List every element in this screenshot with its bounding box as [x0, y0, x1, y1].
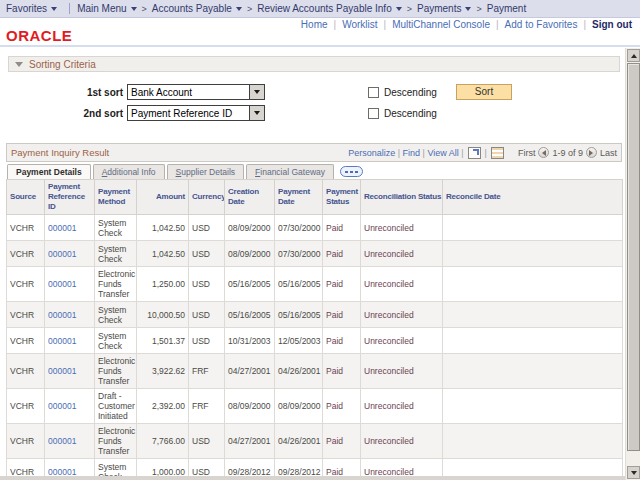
breadcrumb-item-main-menu[interactable]: Main Menu — [77, 3, 136, 14]
scroll-down-button[interactable] — [627, 466, 640, 479]
payment-source-cell: VCHR — [7, 389, 45, 424]
header-link-multichannel-console[interactable]: MultiChannel Console — [392, 19, 490, 30]
second-sort-select[interactable]: Payment Reference ID — [127, 105, 265, 121]
view-all-link[interactable]: View All — [427, 148, 458, 158]
payment-reference-link[interactable]: 000001 — [45, 354, 95, 389]
payment-reference-link[interactable]: 000001 — [45, 424, 95, 459]
breadcrumb-item-review-accounts-payable-info[interactable]: Review Accounts Payable Info — [257, 3, 402, 14]
column-header-currency: Currency — [189, 180, 225, 215]
payment-results-table: SourcePayment Reference IDPayment Method… — [6, 179, 623, 480]
dropdown-button[interactable] — [249, 106, 264, 120]
payment-status-cell: Paid — [323, 267, 361, 302]
oracle-logo: ORACLE — [6, 27, 72, 44]
header-link-home[interactable]: Home — [301, 19, 328, 30]
amount-cell: 10,000.50 — [137, 302, 189, 328]
payment-reference-link[interactable]: 000001 — [45, 389, 95, 424]
sign-out-link[interactable]: Sign out — [592, 19, 632, 30]
payment-method-cell: Electronic Funds Transfer — [95, 354, 137, 389]
navbar-divider — [69, 3, 70, 14]
table-row: VCHR000001Electronic Funds Transfer3,922… — [7, 354, 623, 389]
grid-title: Payment Inquiry Result — [11, 147, 109, 158]
descending-checkbox-1[interactable] — [368, 87, 379, 98]
sort-button[interactable]: Sort — [456, 84, 512, 100]
payment-reference-link[interactable]: 000001 — [45, 302, 95, 328]
payment-reference-link[interactable]: 000001 — [45, 267, 95, 302]
window-bottom-edge — [0, 476, 625, 480]
creation-date-cell: 08/09/2000 — [225, 241, 275, 267]
payment-source-cell: VCHR — [7, 215, 45, 241]
second-sort-label: 2nd sort — [55, 108, 123, 119]
payment-reference-link[interactable]: 000001 — [45, 215, 95, 241]
currency-cell: USD — [189, 424, 225, 459]
payment-date-cell: 12/05/2003 — [275, 328, 323, 354]
tab-financial-gateway[interactable]: Financial Gateway — [246, 164, 334, 179]
breadcrumb-item-payment[interactable]: Payment — [487, 3, 526, 14]
chevron-down-icon — [51, 7, 57, 11]
payment-status-cell: Paid — [323, 215, 361, 241]
currency-cell: FRF — [189, 389, 225, 424]
header-link-separator: | — [583, 19, 586, 30]
grid-tabs: Payment DetailsAdditional InfoSupplier D… — [7, 164, 334, 179]
descending-label-2: Descending — [384, 108, 437, 119]
reconciliation-status-cell: Unreconciled — [361, 241, 443, 267]
breadcrumb-separator: > — [407, 4, 412, 14]
breadcrumb-separator: > — [476, 4, 481, 14]
payment-source-cell: VCHR — [7, 241, 45, 267]
column-header-creation-date: Creation Date — [225, 180, 275, 215]
reconcile-date-cell — [443, 267, 623, 302]
breadcrumb-item-accounts-payable[interactable]: Accounts Payable — [152, 3, 242, 14]
reconcile-date-cell — [443, 389, 623, 424]
grid-toolbar-links: Personalize | Find | View All | — [348, 148, 463, 158]
sorting-criteria-header[interactable]: Sorting Criteria — [8, 56, 620, 72]
tab-additional-info[interactable]: Additional Info — [93, 164, 165, 179]
chevron-down-icon — [465, 7, 471, 11]
popup-window-icon[interactable] — [468, 147, 481, 159]
download-grid-icon[interactable] — [491, 147, 504, 159]
pager-range: 1-9 of 9 — [552, 148, 583, 158]
payment-method-cell: System Check — [95, 302, 137, 328]
second-sort-value: Payment Reference ID — [131, 108, 232, 119]
payment-reference-link[interactable]: 000001 — [45, 328, 95, 354]
payment-method-cell: Electronic Funds Transfer — [95, 267, 137, 302]
breadcrumb-item-payments[interactable]: Payments — [417, 3, 471, 14]
header-link-worklist[interactable]: Worklist — [342, 19, 377, 30]
reconcile-date-cell — [443, 215, 623, 241]
table-row: VCHR000001System Check10,000.50USD05/16/… — [7, 302, 623, 328]
creation-date-cell: 10/31/2003 — [225, 328, 275, 354]
personalize-link[interactable]: Personalize — [348, 148, 395, 158]
collapse-triangle-icon[interactable] — [15, 62, 23, 67]
payment-method-cell: Draft - Customer Initiated — [95, 389, 137, 424]
header-link-separator: | — [496, 19, 499, 30]
table-row: VCHR000001System Check1,042.50USD08/09/2… — [7, 241, 623, 267]
favorites-menu[interactable]: Favorites — [0, 3, 64, 14]
scrollbar-thumb[interactable] — [627, 63, 640, 451]
first-sort-select[interactable]: Bank Account — [127, 84, 265, 100]
dropdown-button[interactable] — [249, 85, 264, 99]
pager-next-button[interactable] — [586, 147, 597, 158]
payment-source-cell: VCHR — [7, 302, 45, 328]
show-all-columns-icon[interactable] — [340, 166, 363, 177]
descending-checkbox-2[interactable] — [368, 108, 379, 119]
tab-supplier-details[interactable]: Supplier Details — [167, 164, 245, 179]
table-row: VCHR000001System Check1,501.37USD10/31/2… — [7, 328, 623, 354]
payment-source-cell: VCHR — [7, 328, 45, 354]
pager-prev-button[interactable] — [538, 147, 549, 158]
table-row: VCHR000001System Check1,042.50USD08/09/2… — [7, 215, 623, 241]
column-header-payment-method: Payment Method — [95, 180, 137, 215]
currency-cell: USD — [189, 215, 225, 241]
currency-cell: USD — [189, 328, 225, 354]
payment-source-cell: VCHR — [7, 267, 45, 302]
payment-method-cell: System Check — [95, 241, 137, 267]
scroll-up-button[interactable] — [627, 49, 640, 62]
header-link-add-to-favorites[interactable]: Add to Favorites — [505, 19, 578, 30]
grid-pager: First 1-9 of 9 Last — [518, 147, 617, 158]
pager-prev-icon — [542, 150, 546, 156]
reconciliation-status-cell: Unreconciled — [361, 424, 443, 459]
payment-reference-link[interactable]: 000001 — [45, 241, 95, 267]
first-sort-label: 1st sort — [55, 87, 123, 98]
table-header-row: SourcePayment Reference IDPayment Method… — [7, 180, 623, 215]
vertical-scrollbar[interactable] — [625, 48, 640, 480]
find-link[interactable]: Find — [403, 148, 421, 158]
tab-payment-details[interactable]: Payment Details — [7, 164, 91, 179]
amount-cell: 3,922.62 — [137, 354, 189, 389]
